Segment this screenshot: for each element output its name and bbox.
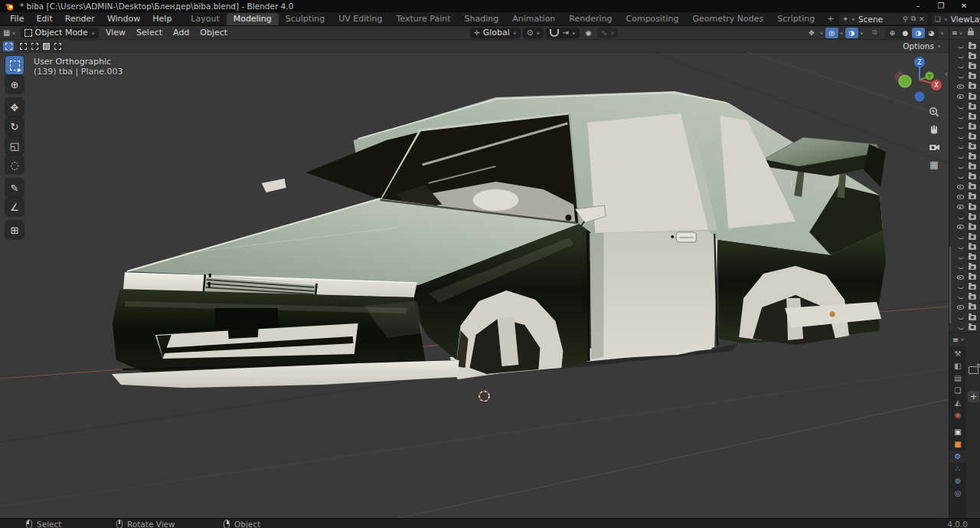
outliner-row[interactable]	[949, 313, 980, 323]
camera-visibility-icon[interactable]	[969, 164, 976, 169]
outliner-scrollbar[interactable]	[949, 247, 951, 323]
options-dropdown[interactable]: Options ∨	[903, 41, 941, 51]
tool-measure[interactable]: ∠	[5, 198, 24, 216]
visibility-eye-icon[interactable]	[958, 155, 964, 159]
visibility-eye-icon[interactable]	[958, 245, 964, 249]
camera-visibility-icon[interactable]	[969, 264, 976, 270]
scene-selector[interactable]: ✦ ∨ Scene ⚲ ⧉ ✕	[839, 14, 927, 25]
tool-add-cube[interactable]: ⊞	[5, 221, 24, 239]
magnet-icon[interactable]	[550, 29, 559, 37]
outliner-row[interactable]	[949, 302, 980, 312]
camera-visibility-icon[interactable]	[969, 284, 976, 290]
visibility-eye-icon[interactable]	[957, 275, 964, 280]
shading-rendered-button[interactable]: ◕	[925, 28, 938, 38]
tool-select-box[interactable]	[5, 56, 24, 74]
visibility-eye-icon[interactable]	[958, 145, 964, 149]
outliner-row[interactable]	[949, 152, 980, 162]
properties-tab-particles[interactable]: ∴	[949, 463, 966, 475]
visibility-eye-icon[interactable]	[958, 175, 964, 179]
mode-selector[interactable]: Object Mode ∨	[21, 28, 99, 38]
properties-editor[interactable]: ≡ ∨ ⚒◧▤❏◭◉▣■⚙∴⊚◎ +	[949, 332, 980, 518]
visibility-eye-icon[interactable]	[958, 125, 964, 129]
tool-annotate[interactable]: ✎	[5, 179, 24, 197]
select-mode-invert[interactable]	[41, 41, 51, 51]
camera-visibility-icon[interactable]	[969, 225, 976, 230]
workspace-tab-texture-paint[interactable]: Texture Paint	[390, 13, 458, 25]
camera-visibility-icon[interactable]	[969, 244, 976, 250]
properties-tab-view-layer[interactable]: ❏	[949, 385, 966, 397]
workspace-tab-shading[interactable]: Shading	[458, 13, 506, 25]
tool-rotate[interactable]: ↻	[5, 117, 24, 136]
workspace-tab-sculpting[interactable]: Sculpting	[279, 13, 332, 25]
outliner-row[interactable]	[949, 51, 980, 61]
view-layer-name[interactable]: ViewLayer	[951, 15, 980, 24]
visibility-eye-icon[interactable]	[958, 64, 964, 68]
scene-name[interactable]: Scene	[858, 15, 900, 24]
visibility-eye-icon[interactable]	[958, 235, 964, 239]
camera-visibility-icon[interactable]	[969, 274, 976, 280]
menu-file[interactable]: File	[4, 14, 30, 24]
visibility-eye-icon[interactable]	[958, 295, 964, 299]
outliner-row[interactable]	[949, 122, 980, 132]
workspace-tab-scripting[interactable]: Scripting	[770, 13, 822, 25]
restore-button[interactable]: ❐	[929, 0, 952, 12]
tool-scale[interactable]: ◱	[5, 136, 24, 155]
outliner-row[interactable]	[949, 292, 980, 302]
visibility-eye-icon[interactable]	[958, 316, 964, 320]
toggle-xray-button[interactable]: ⧉	[868, 28, 881, 38]
outliner-row[interactable]	[949, 182, 980, 192]
select-mode-intersect[interactable]	[52, 41, 63, 51]
camera-visibility-icon[interactable]	[969, 325, 976, 330]
outliner-row[interactable]	[949, 222, 980, 232]
outliner-row[interactable]	[949, 323, 980, 333]
properties-tab-world[interactable]: ◉	[949, 409, 966, 421]
properties-tab-constraints[interactable]: ◎	[949, 487, 966, 500]
show-gizmos-toggle[interactable]: ✥	[805, 28, 818, 38]
camera-visibility-icon[interactable]	[969, 315, 976, 320]
camera-visibility-icon[interactable]	[969, 54, 976, 59]
select-mode-set[interactable]	[3, 41, 14, 51]
workspace-tab-compositing[interactable]: Compositing	[619, 13, 686, 25]
outliner-filter-icon[interactable]: ≡	[952, 29, 958, 37]
visibility-eye-icon[interactable]	[957, 225, 964, 229]
camera-visibility-icon[interactable]	[969, 124, 976, 130]
viewport-3d[interactable]: ▦ ∨ Object Mode ∨ ViewSelectAddObject ✛ …	[0, 26, 949, 518]
transform-orientation-selector[interactable]: ✛ Global ∨	[470, 28, 521, 38]
workspace-tab-rendering[interactable]: Rendering	[562, 13, 619, 25]
visibility-eye-icon[interactable]	[958, 265, 964, 269]
visibility-eye-icon[interactable]	[958, 115, 964, 119]
outliner-row[interactable]	[949, 132, 980, 142]
outliner-row[interactable]	[949, 112, 980, 122]
visibility-eye-icon[interactable]	[958, 54, 964, 58]
visibility-eye-icon[interactable]	[957, 195, 964, 199]
camera-visibility-icon[interactable]	[969, 254, 976, 260]
minimize-button[interactable]: –	[906, 0, 929, 12]
visibility-eye-icon[interactable]	[958, 285, 964, 289]
camera-visibility-icon[interactable]	[969, 184, 976, 189]
scene-render[interactable]	[0, 51, 949, 518]
outliner-row[interactable]	[949, 272, 980, 282]
workspace-tab-modeling[interactable]: Modeling	[227, 13, 279, 25]
chevron-down-icon[interactable]: ∨	[940, 30, 944, 34]
visibility-eye-icon[interactable]	[958, 165, 964, 169]
xray-dropdown-toggle[interactable]: ◑	[845, 28, 858, 38]
snap-toggle-group[interactable]: ⇥ ∨	[546, 28, 580, 38]
camera-visibility-icon[interactable]	[969, 174, 976, 179]
visibility-eye-icon[interactable]	[957, 205, 964, 209]
outliner-row[interactable]	[949, 81, 980, 91]
tool-transform[interactable]: ◌	[5, 156, 24, 174]
add-workspace-button[interactable]: +	[822, 14, 839, 24]
properties-editor-icon[interactable]: ≡	[952, 336, 959, 344]
visibility-eye-icon[interactable]	[957, 94, 964, 99]
camera-visibility-icon[interactable]	[969, 64, 976, 69]
camera-visibility-icon[interactable]	[969, 294, 976, 300]
show-overlays-toggle[interactable]: ◎	[825, 28, 838, 38]
workspace-tab-uv-editing[interactable]: UV Editing	[332, 13, 389, 25]
properties-tab-tool[interactable]: ⚒	[949, 348, 966, 360]
select-mode-extend[interactable]	[18, 41, 28, 51]
visibility-eye-icon[interactable]	[958, 135, 964, 139]
camera-visibility-icon[interactable]	[969, 134, 976, 139]
visibility-eye-icon[interactable]	[957, 305, 964, 310]
camera-visibility-icon[interactable]	[969, 304, 976, 310]
viewport-canvas[interactable]	[0, 51, 949, 518]
